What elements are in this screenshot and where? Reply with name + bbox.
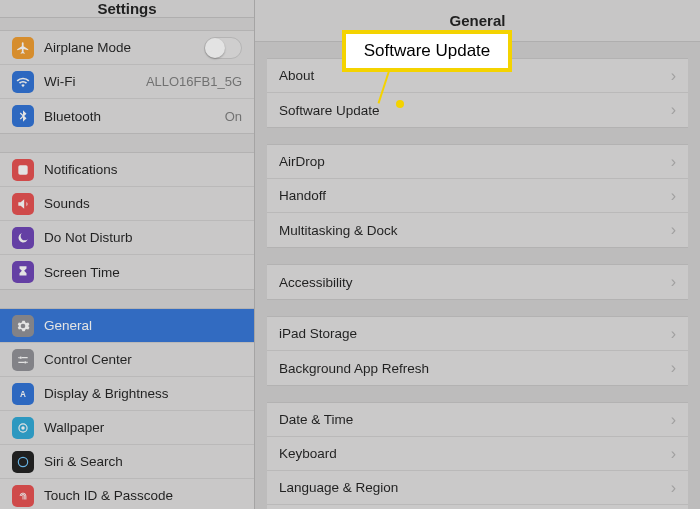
settings-sidebar: Settings Airplane Mode Wi-Fi ALLO16FB1_5… <box>0 0 255 509</box>
wifi-icon <box>12 71 34 93</box>
sidebar-item-airplane-mode[interactable]: Airplane Mode <box>0 31 254 65</box>
sidebar-item-label: Touch ID & Passcode <box>44 488 242 503</box>
sounds-icon <box>12 193 34 215</box>
detail-body: About › Software Update › AirDrop › Hand… <box>255 42 700 509</box>
airplane-mode-toggle[interactable] <box>204 37 242 59</box>
detail-item-label: Accessibility <box>279 275 671 290</box>
callout-box: Software Update <box>342 30 512 72</box>
detail-item-label: Language & Region <box>279 480 671 495</box>
sidebar-group-alerts: Notifications Sounds Do Not Disturb Scre… <box>0 152 254 290</box>
sidebar-item-label: Sounds <box>44 196 242 211</box>
chevron-right-icon: › <box>671 411 676 429</box>
display-icon: A <box>12 383 34 405</box>
siri-icon <box>12 451 34 473</box>
detail-item-label: iPad Storage <box>279 326 671 341</box>
sidebar-item-do-not-disturb[interactable]: Do Not Disturb <box>0 221 254 255</box>
sidebar-item-touch-id-passcode[interactable]: Touch ID & Passcode <box>0 479 254 509</box>
detail-item-dictionary[interactable]: Dictionary › <box>267 505 688 509</box>
detail-item-label: Background App Refresh <box>279 361 671 376</box>
detail-group-region: Date & Time › Keyboard › Language & Regi… <box>267 402 688 509</box>
sidebar-item-label: Do Not Disturb <box>44 230 242 245</box>
detail-group-accessibility: Accessibility › <box>267 264 688 300</box>
detail-item-ipad-storage[interactable]: iPad Storage › <box>267 317 688 351</box>
sidebar-item-label: Screen Time <box>44 265 242 280</box>
sidebar-item-label: Notifications <box>44 162 242 177</box>
sidebar-item-control-center[interactable]: Control Center <box>0 343 254 377</box>
sidebar-item-label: Bluetooth <box>44 109 225 124</box>
detail-title: General <box>450 12 506 29</box>
detail-group-continuity: AirDrop › Handoff › Multitasking & Dock … <box>267 144 688 248</box>
sidebar-item-display-brightness[interactable]: A Display & Brightness <box>0 377 254 411</box>
wallpaper-icon <box>12 417 34 439</box>
chevron-right-icon: › <box>671 445 676 463</box>
sidebar-item-label: Display & Brightness <box>44 386 242 401</box>
svg-point-1 <box>20 356 22 358</box>
sliders-icon <box>12 349 34 371</box>
callout-leader-dot <box>396 100 404 108</box>
sidebar-item-label: Airplane Mode <box>44 40 204 55</box>
svg-text:A: A <box>20 389 26 398</box>
sidebar-item-bluetooth[interactable]: Bluetooth On <box>0 99 254 133</box>
airplane-icon <box>12 37 34 59</box>
sidebar-item-label: Control Center <box>44 352 242 367</box>
gear-icon <box>12 315 34 337</box>
svg-point-6 <box>18 457 27 466</box>
detail-item-date-time[interactable]: Date & Time › <box>267 403 688 437</box>
detail-item-label: AirDrop <box>279 154 671 169</box>
sidebar-item-label: Wi-Fi <box>44 74 146 89</box>
chevron-right-icon: › <box>671 359 676 377</box>
chevron-right-icon: › <box>671 273 676 291</box>
sidebar-group-network: Airplane Mode Wi-Fi ALLO16FB1_5G Bluetoo… <box>0 30 254 134</box>
detail-item-airdrop[interactable]: AirDrop › <box>267 145 688 179</box>
detail-item-label: Software Update <box>279 103 671 118</box>
bluetooth-value: On <box>225 109 242 124</box>
sidebar-item-screen-time[interactable]: Screen Time <box>0 255 254 289</box>
svg-point-2 <box>24 361 26 363</box>
detail-pane: General About › Software Update › AirDro… <box>255 0 700 509</box>
sidebar-item-label: Siri & Search <box>44 454 242 469</box>
chevron-right-icon: › <box>671 153 676 171</box>
callout-text: Software Update <box>364 41 491 61</box>
sidebar-item-wifi[interactable]: Wi-Fi ALLO16FB1_5G <box>0 65 254 99</box>
fingerprint-icon <box>12 485 34 507</box>
sidebar-item-sounds[interactable]: Sounds <box>0 187 254 221</box>
sidebar-header: Settings <box>0 0 254 18</box>
sidebar-group-device: General Control Center A Display & Brigh… <box>0 308 254 509</box>
svg-rect-0 <box>18 165 27 174</box>
chevron-right-icon: › <box>671 479 676 497</box>
moon-icon <box>12 227 34 249</box>
sidebar-item-siri-search[interactable]: Siri & Search <box>0 445 254 479</box>
detail-item-keyboard[interactable]: Keyboard › <box>267 437 688 471</box>
detail-item-language-region[interactable]: Language & Region › <box>267 471 688 505</box>
sidebar-item-label: Wallpaper <box>44 420 242 435</box>
chevron-right-icon: › <box>671 187 676 205</box>
detail-group-storage: iPad Storage › Background App Refresh › <box>267 316 688 386</box>
sidebar-title: Settings <box>97 0 156 17</box>
bluetooth-icon <box>12 105 34 127</box>
detail-item-handoff[interactable]: Handoff › <box>267 179 688 213</box>
chevron-right-icon: › <box>671 67 676 85</box>
chevron-right-icon: › <box>671 325 676 343</box>
notifications-icon <box>12 159 34 181</box>
detail-item-label: Multitasking & Dock <box>279 223 671 238</box>
chevron-right-icon: › <box>671 101 676 119</box>
sidebar-item-label: General <box>44 318 242 333</box>
detail-item-software-update[interactable]: Software Update › <box>267 93 688 127</box>
chevron-right-icon: › <box>671 221 676 239</box>
detail-item-accessibility[interactable]: Accessibility › <box>267 265 688 299</box>
detail-item-label: Handoff <box>279 188 671 203</box>
sidebar-item-notifications[interactable]: Notifications <box>0 153 254 187</box>
svg-point-5 <box>21 426 25 430</box>
sidebar-item-general[interactable]: General <box>0 309 254 343</box>
detail-item-multitasking-dock[interactable]: Multitasking & Dock › <box>267 213 688 247</box>
detail-item-background-app-refresh[interactable]: Background App Refresh › <box>267 351 688 385</box>
wifi-value: ALLO16FB1_5G <box>146 74 242 89</box>
detail-item-label: Keyboard <box>279 446 671 461</box>
hourglass-icon <box>12 261 34 283</box>
detail-item-label: Date & Time <box>279 412 671 427</box>
sidebar-item-wallpaper[interactable]: Wallpaper <box>0 411 254 445</box>
